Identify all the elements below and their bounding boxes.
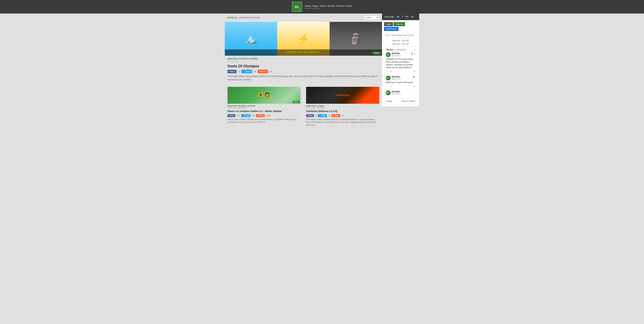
filter-dropdown[interactable]: Latest Popular Top Rated xyxy=(364,16,379,20)
featured-post: GODS OF OLYMPUS Addon MINECRAFT PE MODS … xyxy=(225,22,382,84)
tweet-avatar-3: MC xyxy=(386,91,391,95)
tweet-action-left-2: ♡ ↻ xyxy=(386,85,392,88)
content-header-title: MCPE DL - BEDROCK EDITION xyxy=(228,17,260,19)
pvz-addon-badge: Addon xyxy=(293,101,300,103)
embed-link[interactable]: Embed xyxy=(386,100,392,102)
tweet-user-info-2: MCPEDL @MCPEDL xyxy=(392,76,412,80)
tweet-time-2: 7h xyxy=(413,85,415,87)
signup-button[interactable]: Sign Up xyxy=(394,22,405,26)
zombobs-category: MINECRAFT PE MAPS xyxy=(306,105,379,107)
twitter-icon: 🐦 xyxy=(243,70,245,73)
pvz-share-count: 49.9k xyxy=(266,115,271,117)
post-grid: 🌻🧟 Addon MINECRAFT PE MODS & ADDONS 4 AU… xyxy=(225,84,382,129)
tweet-handle-3: @MCPEDL xyxy=(392,93,415,95)
zombobs-share-btn[interactable]: ⬆ Share xyxy=(332,114,340,117)
facebook-share-count: 13 xyxy=(237,71,240,73)
search-box: 🔍 xyxy=(384,33,417,37)
tweet-name-2: MCPEDL xyxy=(392,76,412,78)
tweets-widget: Tweets by @MCPEDL ℹ MC MCPEDL @MCPEDL xyxy=(384,47,417,104)
facebook-follow-link[interactable]: f xyxy=(402,16,403,19)
pvz-title[interactable]: Plants vs Zombies Addon 2.2 - Better Upd… xyxy=(228,110,300,113)
generic-share-button[interactable]: ⬆ Share xyxy=(258,70,268,73)
featured-image: GODS OF OLYMPUS Addon xyxy=(225,22,382,56)
tweet-twitter-icon-2: 🐦 xyxy=(413,76,415,78)
search-input[interactable] xyxy=(389,34,416,36)
top-bar: DL ▼ Mods, Maps, Skins, Seeds, Texture P… xyxy=(0,0,644,14)
tweet-retweet-btn-1[interactable]: ↻ xyxy=(390,70,392,73)
zombobs-twitter-icon: 🐦 xyxy=(318,115,321,117)
pvz-facebook-btn[interactable]: f Share xyxy=(228,114,235,117)
twitter-follow-link[interactable]: 🐦 xyxy=(396,15,400,19)
tweet-user-info-1: MCPEDL @MCPEDL xyxy=(392,52,410,57)
tweets-footer: Embed View on Twitter xyxy=(386,99,415,102)
post-date: 12 JUL, 2021 xyxy=(228,60,379,62)
tweet-like-btn-1[interactable]: ♡ xyxy=(386,70,388,73)
tweet-item-3: MC MCPEDL @MCPEDL xyxy=(386,91,415,98)
zombobs-facebook-btn[interactable]: f Share xyxy=(306,114,314,117)
pvz-excerpt: Are you one of those OG fans of the game… xyxy=(228,118,300,124)
post-excerpt: This Addon adds in four powerful Gods fr… xyxy=(225,75,382,84)
tweet-header-2: MC MCPEDL @MCPEDL 🐦 xyxy=(386,76,415,80)
tweet-retweet-btn-2[interactable]: ↻ xyxy=(390,85,392,88)
skip-ads-link-2[interactable]: Skip Ads - Get VIP xyxy=(384,43,417,45)
tweet-header-3: MC MCPEDL @MCPEDL xyxy=(386,91,415,95)
facebook-icon: f xyxy=(229,71,230,73)
zombobs-title[interactable]: Zombobs [Release v1.0.0] xyxy=(306,110,379,113)
zombobs-fb-count: 3 xyxy=(314,115,317,117)
zombobs-twitter-btn[interactable]: 🐦 Tweet xyxy=(318,114,327,117)
zombobs-share-icon: ⬆ xyxy=(333,115,334,117)
pvz-category: MINECRAFT PE MODS & ADDONS xyxy=(228,105,300,107)
zombobs-tweet-count: 15 xyxy=(328,115,331,117)
tweet-name-1: MCPEDL xyxy=(392,52,410,55)
skip-ads-link-1[interactable]: Skip Ads - Get VIP xyxy=(384,40,417,42)
tweet-icons-2: 🐦 xyxy=(413,76,415,78)
submission-button[interactable]: Submission xyxy=(384,27,398,31)
email-follow-link[interactable]: ✉ xyxy=(411,15,413,19)
follow-bar: FOLLOW: 🐦 f 📷 ✉ xyxy=(382,14,419,20)
pvz-share-btn[interactable]: ⬆ Share xyxy=(256,114,265,117)
tweet-action-left-1: ♡ ↻ xyxy=(386,70,392,73)
tweets-by-label: by @MCPEDL xyxy=(394,49,406,51)
post-card-image-pvz[interactable]: 🌻🧟 Addon xyxy=(228,87,300,104)
tweet-text-2: Working to resolve site issues. xyxy=(386,81,415,84)
twitter-share-button[interactable]: 🐦 Tweet xyxy=(241,70,252,73)
pvz-share-icon: ⬆ xyxy=(257,115,258,117)
header-title-prefix: MCPE DL xyxy=(228,17,238,19)
pvz-tweet-count: 860 xyxy=(251,115,256,117)
post-category-link[interactable]: MINECRAFT PE MODS & ADDONS xyxy=(228,58,258,60)
tweets-info-icon[interactable]: ℹ xyxy=(414,49,415,51)
tweet-like-btn-2[interactable]: ♡ xyxy=(386,85,388,88)
tweet-header-1: MC MCPEDL @MCPEDL 🐦 ▾ xyxy=(386,52,415,57)
pvz-date: 4 AUG, 2020 (UPDATED) xyxy=(228,107,300,109)
pvz-twitter-btn[interactable]: 🐦 Tweet xyxy=(241,114,250,117)
tweet-time-1: 3h xyxy=(413,70,415,72)
instagram-follow-link[interactable]: 📷 xyxy=(405,15,409,19)
site-logo[interactable]: DL ▼ xyxy=(292,2,302,12)
post-card-pvz: 🌻🧟 Addon MINECRAFT PE MODS & ADDONS 4 AU… xyxy=(225,84,304,129)
tweet-menu-icon-1[interactable]: ▾ xyxy=(414,52,415,55)
featured-image-container[interactable]: GODS OF OLYMPUS Addon xyxy=(225,22,382,56)
view-on-twitter-link[interactable]: View on Twitter xyxy=(402,100,415,102)
tweets-title: Tweets xyxy=(386,48,393,51)
zombobs-date: 12 JUL, 2021 (UPDATED) xyxy=(306,107,379,109)
tweet-avatar-1: MC xyxy=(386,52,391,57)
post-title[interactable]: Gods Of Olympus xyxy=(228,64,379,68)
post-card-image-zombobs[interactable]: ZOMBOBS xyxy=(306,87,379,104)
twitter-share-count: 188 xyxy=(253,71,257,73)
login-button[interactable]: Login xyxy=(384,22,393,26)
facebook-share-button[interactable]: f Share xyxy=(228,70,236,73)
content-area: MCPE DL - BEDROCK EDITION Latest Popular… xyxy=(225,14,382,129)
tweet-icons-1: 🐦 ▾ xyxy=(411,52,415,55)
zombobs-share-count: 18 xyxy=(341,115,344,117)
tweet-name-3: MCPEDL xyxy=(392,91,415,93)
pvz-share-bar: f Share 573 🐦 Tweet 860 ⬆ Share 49.9k xyxy=(228,114,300,118)
tweet-actions-2: ♡ ↻ 7h xyxy=(386,85,415,88)
tweet-avatar-2: MC xyxy=(386,76,391,80)
tweet-actions-1: ♡ ↻ 3h xyxy=(386,70,415,73)
post-card-zombobs: ZOMBOBS MINECRAFT PE MAPS 12 JUL, 2021 (… xyxy=(304,84,382,129)
pvz-facebook-icon: f xyxy=(228,115,229,117)
tweet-item-2: MC MCPEDL @MCPEDL 🐦 Working to resolve s… xyxy=(386,76,415,89)
right-column: FOLLOW: 🐦 f 📷 ✉ Login Sign Up Submission… xyxy=(382,14,419,129)
post-meta: MINECRAFT PE MODS & ADDONS 12 JUL, 2021 xyxy=(225,56,382,63)
logo-arrow-icon: ▼ xyxy=(298,8,300,11)
